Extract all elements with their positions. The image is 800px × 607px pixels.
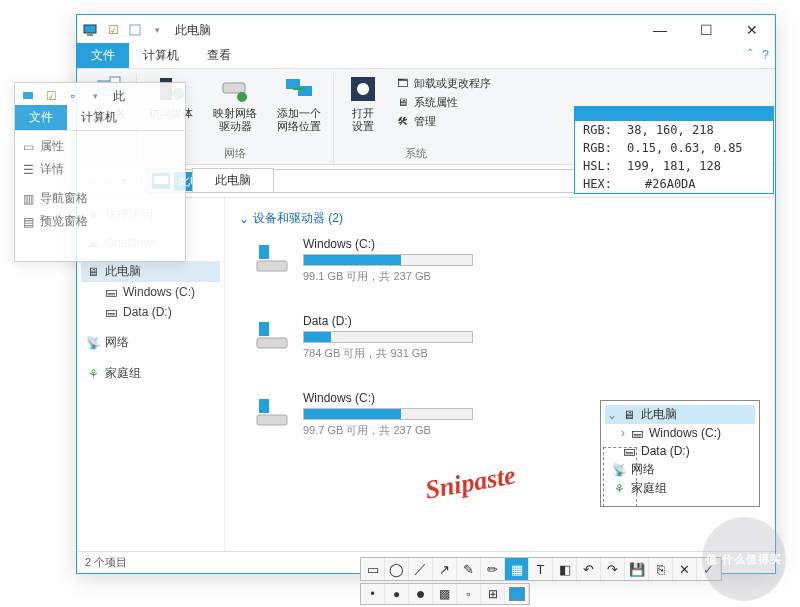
qat-dropdown-icon[interactable]: ▾ <box>149 22 165 38</box>
drive-item[interactable]: Windows (C:)99.7 GB 可用，共 237 GB <box>253 391 503 438</box>
open-settings-button[interactable]: 打开 设置 <box>340 73 386 133</box>
color-swatch[interactable] <box>505 584 529 604</box>
pattern-blur[interactable]: ▫ <box>457 584 481 604</box>
tab-computer[interactable]: 计算机 <box>129 43 193 68</box>
tab-file[interactable]: 文件 <box>77 43 129 68</box>
minimize-button[interactable]: — <box>637 15 683 45</box>
system-icon <box>21 88 37 104</box>
selection-marquee <box>603 447 637 507</box>
list-icon: ☰ <box>23 163 34 177</box>
tool-mosaic[interactable]: ▦ <box>505 558 529 580</box>
map-network-drive-button[interactable]: 映射网络 驱动器 <box>207 73 263 133</box>
svg-rect-15 <box>257 261 287 271</box>
uninstall-icon: 🗔 <box>394 75 410 91</box>
tree-drive-d[interactable]: 🖴Data (D:) <box>81 302 220 322</box>
drive-item[interactable]: Windows (C:)99.1 GB 可用，共 237 GB <box>253 237 503 284</box>
box-icon: ▭ <box>23 140 34 154</box>
ghost-nav-pane[interactable]: ▥导航窗格 <box>19 187 181 210</box>
color-picker-popup: RGB:38, 160, 218 RGB:0.15, 0.63, 0.85 HS… <box>574 106 774 194</box>
tool-cancel[interactable]: ✕ <box>673 558 697 580</box>
pane-icon: ▥ <box>23 192 34 206</box>
window-title: 此电脑 <box>171 22 637 39</box>
tree-homegroup[interactable]: ⚘家庭组 <box>81 363 220 384</box>
svg-rect-0 <box>84 25 96 33</box>
mini-this-pc[interactable]: ⌄🖥此电脑 <box>605 405 755 424</box>
capacity-bar <box>303 331 473 343</box>
drive-network-icon <box>219 73 251 105</box>
uninstall-programs-button[interactable]: 🗔卸载或更改程序 <box>394 75 491 91</box>
tool-redo[interactable]: ↷ <box>601 558 625 580</box>
drive-icon: 🖴 <box>103 284 119 300</box>
ghost-preview-pane[interactable]: ▤预览窗格 <box>19 210 181 233</box>
tab-view[interactable]: 查看 <box>193 43 245 68</box>
ghost-tab-computer[interactable]: 计算机 <box>67 105 131 130</box>
drive-capacity: 784 GB 可用，共 931 GB <box>303 346 503 361</box>
system-properties-button[interactable]: 🖥系统属性 <box>394 94 491 110</box>
tool-copy[interactable]: ⎘ <box>649 558 673 580</box>
drive-name: Windows (C:) <box>303 391 503 405</box>
drive-name: Data (D:) <box>303 314 503 328</box>
ribbon-tabs: 文件 计算机 查看 ˆ ? <box>77 45 775 69</box>
tool-line[interactable]: ／ <box>409 558 433 580</box>
tool-undo[interactable]: ↶ <box>577 558 601 580</box>
svg-point-9 <box>237 92 247 102</box>
tree-this-pc[interactable]: 🖥此电脑 <box>81 261 220 282</box>
network-icon: 📡 <box>85 335 101 351</box>
drive-icon <box>253 391 293 431</box>
breadcrumb-dropdown[interactable]: 此电脑 <box>192 168 274 193</box>
size-small[interactable]: • <box>361 584 385 604</box>
snipaste-watermark: Snipaste <box>423 460 518 505</box>
ribbon-collapse-icon[interactable]: ˆ <box>748 48 752 62</box>
pattern-pixelate[interactable]: ⊞ <box>481 584 505 604</box>
drive-icon: 🖴 <box>103 304 119 320</box>
size-large[interactable]: ● <box>409 584 433 604</box>
tool-ellipse[interactable]: ◯ <box>385 558 409 580</box>
tool-marker[interactable]: ✏ <box>481 558 505 580</box>
svg-rect-3 <box>130 25 140 35</box>
maximize-button[interactable]: ☐ <box>683 15 729 45</box>
system-properties-icon: 🖥 <box>394 94 410 110</box>
ghost-title: 此 <box>109 88 125 105</box>
ghost-window: ☑ ▫ ▾ 此 文件 计算机 ▭属性 ☰详情 ▥导航窗格 ▤预览窗格 <box>14 82 186 262</box>
drive-name: Windows (C:) <box>303 237 503 251</box>
tool-save[interactable]: 💾 <box>625 558 649 580</box>
chevron-down-icon: ⌄ <box>239 212 249 226</box>
section-header[interactable]: ⌄ 设备和驱动器 (2) <box>239 210 765 227</box>
mini-drive-c[interactable]: ›🖴Windows (C:) <box>605 424 755 442</box>
tool-eraser[interactable]: ◧ <box>553 558 577 580</box>
ghost-properties[interactable]: ▭属性 <box>19 135 181 158</box>
breadcrumb-bar[interactable]: 此电脑 此电脑 ▾ <box>147 169 613 193</box>
svg-rect-16 <box>259 245 269 259</box>
pattern-hatch[interactable]: ▩ <box>433 584 457 604</box>
close-button[interactable]: ✕ <box>729 15 775 45</box>
color-picker-header <box>575 107 773 121</box>
tool-text[interactable]: T <box>529 558 553 580</box>
qat-new-icon[interactable] <box>127 22 143 38</box>
tree-network[interactable]: 📡网络 <box>81 332 220 353</box>
tool-arrow[interactable]: ↗ <box>433 558 457 580</box>
tree-drive-c[interactable]: 🖴Windows (C:) <box>81 282 220 302</box>
system-icon[interactable] <box>83 22 99 38</box>
manage-button[interactable]: 🛠管理 <box>394 113 491 129</box>
pinned-tree-popup[interactable]: ⌄🖥此电脑 ›🖴Windows (C:) 🖴Data (D:) 📡网络 ⚘家庭组 <box>600 400 760 507</box>
size-medium[interactable]: ● <box>385 584 409 604</box>
annotation-toolbar: ▭ ◯ ／ ↗ ✎ ✏ ▦ T ◧ ↶ ↷ 💾 ⎘ ✕ ✓ <box>360 557 722 581</box>
capacity-bar <box>303 254 473 266</box>
svg-rect-17 <box>257 338 287 348</box>
svg-rect-2 <box>87 34 93 36</box>
help-icon[interactable]: ? <box>762 48 769 62</box>
add-network-location-button[interactable]: 添加一个 网络位置 <box>271 73 327 133</box>
svg-rect-19 <box>257 415 287 425</box>
tool-pencil[interactable]: ✎ <box>457 558 481 580</box>
drive-icon <box>253 314 293 354</box>
group-network-label: 网络 <box>224 144 246 164</box>
tool-rectangle[interactable]: ▭ <box>361 558 385 580</box>
qat-properties-icon[interactable]: ☑ <box>105 22 121 38</box>
hex-value: #26A0DA <box>627 177 696 191</box>
ghost-tab-file[interactable]: 文件 <box>15 105 67 130</box>
ghost-details[interactable]: ☰详情 <box>19 158 181 181</box>
rgb-float-value: 0.15, 0.63, 0.85 <box>627 141 743 155</box>
manage-icon: 🛠 <box>394 113 410 129</box>
drive-item[interactable]: Data (D:)784 GB 可用，共 931 GB <box>253 314 503 361</box>
svg-rect-21 <box>23 92 33 99</box>
